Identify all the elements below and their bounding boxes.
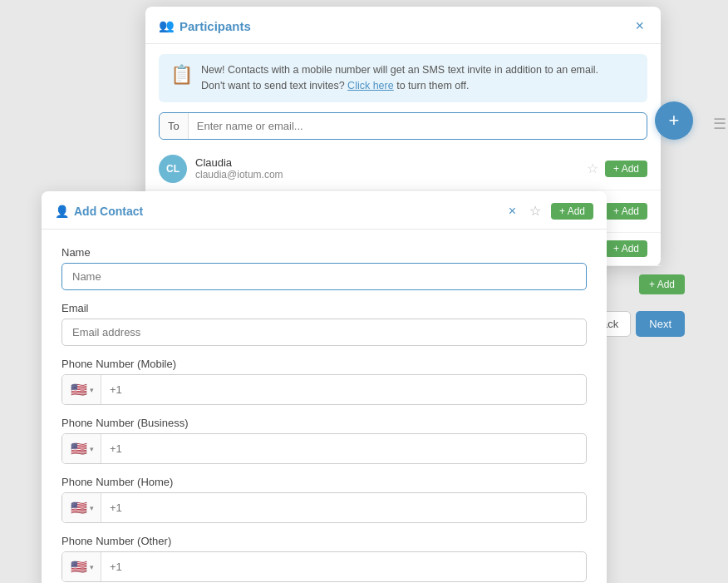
flag-select-mobile[interactable]: 🇺🇸 ▾ xyxy=(62,375,101,404)
flag-icon: 🇺🇸 xyxy=(71,500,87,516)
phone-mobile-label: Phone Number (Mobile) xyxy=(61,358,587,370)
add-contact-panel: 👤 Add Contact × ☆ + Add Name Email Phone… xyxy=(42,191,607,583)
add-contact-title: 👤 Add Contact xyxy=(55,205,143,218)
info-text-3: to turn them off. xyxy=(396,80,469,91)
contact-actions: ☆ + Add xyxy=(585,159,647,178)
info-text-2: Don't want to send text invites? xyxy=(201,80,345,91)
name-label: Name xyxy=(61,246,587,259)
phone-other-input-wrap: 🇺🇸 ▾ xyxy=(61,551,587,582)
add-participant-button[interactable]: + xyxy=(655,101,693,140)
add-contact-form: Name Email Phone Number (Mobile) 🇺🇸 ▾ Ph… xyxy=(42,230,607,583)
to-row: To + ☰ xyxy=(159,112,647,140)
phone-other-group: Phone Number (Other) 🇺🇸 ▾ xyxy=(61,535,587,582)
add-contact-button[interactable]: + Add xyxy=(605,161,647,177)
phone-business-input[interactable] xyxy=(101,436,586,462)
phone-business-group: Phone Number (Business) 🇺🇸 ▾ xyxy=(61,417,587,464)
phone-home-label: Phone Number (Home) xyxy=(61,476,587,488)
next-button[interactable]: Next xyxy=(636,311,685,337)
add-btn-header[interactable]: + Add xyxy=(551,203,593,220)
flag-icon: 🇺🇸 xyxy=(71,441,87,457)
click-here-link[interactable]: Click here xyxy=(347,80,394,91)
star-button[interactable]: ☆ xyxy=(585,159,600,178)
hamburger-icon: ☰ xyxy=(713,116,726,132)
phone-other-label: Phone Number (Other) xyxy=(61,535,587,547)
participants-icon: 👥 xyxy=(159,18,175,33)
modal-header: 👥 Participants × xyxy=(145,7,661,44)
flag-select-business[interactable]: 🇺🇸 ▾ xyxy=(62,434,101,463)
phone-home-group: Phone Number (Home) 🇺🇸 ▾ xyxy=(61,476,587,523)
name-field-group: Name xyxy=(61,246,587,290)
plus-icon: + xyxy=(669,111,680,130)
add-contact-title-text: Add Contact xyxy=(74,205,143,218)
email-label: Email xyxy=(61,302,587,314)
info-banner-text: New! Contacts with a mobile number will … xyxy=(201,62,598,94)
info-icon: 📋 xyxy=(170,64,193,86)
info-text-1: New! Contacts with a mobile number will … xyxy=(201,64,598,76)
caret-icon: ▾ xyxy=(90,504,94,512)
contact-name: Claudia xyxy=(195,156,577,169)
add-contact-header-actions: × ☆ + Add xyxy=(505,201,593,220)
name-input[interactable] xyxy=(61,263,587,290)
phone-mobile-group: Phone Number (Mobile) 🇺🇸 ▾ xyxy=(61,358,587,405)
email-input[interactable] xyxy=(61,319,587,346)
email-field-group: Email xyxy=(61,302,587,346)
flag-select-home[interactable]: 🇺🇸 ▾ xyxy=(62,493,101,522)
info-banner: 📋 New! Contacts with a mobile number wil… xyxy=(159,54,647,102)
to-label: To xyxy=(160,113,189,139)
flag-select-other[interactable]: 🇺🇸 ▾ xyxy=(62,552,101,581)
avatar: CL xyxy=(159,155,187,183)
contact-item: CL Claudia claudia@iotum.com ☆ + Add xyxy=(145,148,661,190)
contact-email: claudia@iotum.com xyxy=(195,169,577,180)
star-add-contact-button[interactable]: ☆ xyxy=(526,201,544,220)
close-modal-button[interactable]: × xyxy=(632,17,647,35)
phone-mobile-input[interactable] xyxy=(101,377,586,403)
caret-icon: ▾ xyxy=(90,445,94,453)
phone-business-label: Phone Number (Business) xyxy=(61,417,587,429)
menu-button[interactable]: ☰ xyxy=(710,111,728,136)
phone-home-input[interactable] xyxy=(101,495,586,521)
caret-icon: ▾ xyxy=(90,386,94,394)
phone-mobile-input-wrap: 🇺🇸 ▾ xyxy=(61,374,587,405)
caret-icon: ▾ xyxy=(90,563,94,571)
modal-title-text: Participants xyxy=(180,19,251,33)
phone-other-input[interactable] xyxy=(101,554,586,580)
contact-info: Claudia claudia@iotum.com xyxy=(195,156,577,180)
add-button-right[interactable]: + Add xyxy=(639,274,685,294)
add-contact-button[interactable]: + Add xyxy=(605,240,647,257)
modal-title: 👥 Participants xyxy=(159,18,251,33)
phone-home-input-wrap: 🇺🇸 ▾ xyxy=(61,492,587,523)
flag-icon: 🇺🇸 xyxy=(71,382,87,398)
flag-icon: 🇺🇸 xyxy=(71,559,87,575)
phone-business-input-wrap: 🇺🇸 ▾ xyxy=(61,433,587,464)
add-contact-button[interactable]: + Add xyxy=(605,203,647,220)
add-contact-header: 👤 Add Contact × ☆ + Add xyxy=(42,191,607,230)
to-input[interactable] xyxy=(189,113,647,139)
close-add-contact-button[interactable]: × xyxy=(505,202,519,220)
person-icon: 👤 xyxy=(55,205,69,218)
